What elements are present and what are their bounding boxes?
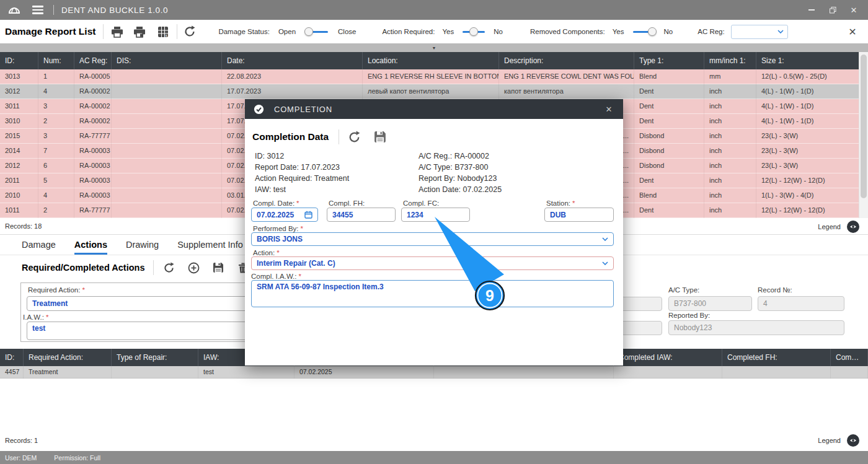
reported-by-input: Nobody123 bbox=[668, 320, 844, 335]
damage-status-toggle[interactable] bbox=[306, 27, 328, 37]
info-line: Report Date: 17.07.2023 bbox=[255, 162, 349, 173]
table-cell: RA-00002 bbox=[74, 99, 112, 114]
plus-circle-icon bbox=[188, 262, 200, 274]
table-cell bbox=[112, 159, 222, 173]
badge-check-icon bbox=[254, 104, 264, 115]
legend-bottom: Legend bbox=[818, 434, 859, 447]
table-cell bbox=[112, 69, 222, 84]
table-cell: RA-77777 bbox=[74, 129, 112, 144]
table-cell: 07.02.2025 bbox=[294, 366, 434, 379]
toggle-knob bbox=[469, 27, 478, 36]
scrollbar-thumb[interactable] bbox=[861, 55, 867, 198]
app-icon bbox=[7, 4, 21, 15]
collapse-strip[interactable]: ▼ bbox=[0, 43, 868, 52]
refresh-icon bbox=[184, 25, 196, 38]
info-line: ID: 3012 bbox=[255, 151, 349, 162]
app-window: DENT AND BUCKLE 1.0.0 ✕ Damage Report Li… bbox=[0, 0, 868, 464]
compl-fh-input[interactable]: 34455 bbox=[327, 208, 396, 222]
menu-icon[interactable] bbox=[32, 6, 43, 14]
table-cell bbox=[112, 203, 222, 218]
ac-reg-select[interactable] bbox=[731, 25, 788, 39]
legend-label: Legend bbox=[818, 437, 841, 444]
refresh-button[interactable] bbox=[180, 22, 200, 41]
legend-eye-button[interactable] bbox=[847, 434, 859, 447]
station-label: Station:* bbox=[546, 199, 575, 207]
table-row[interactable]: 30131RA-0000522.08.2023ENG 1 REVERSE RH … bbox=[0, 69, 859, 84]
actions-refresh-button[interactable] bbox=[159, 258, 179, 277]
table-cell: 2 bbox=[38, 114, 74, 129]
compl-date-input[interactable]: 07.02.2025 bbox=[251, 208, 318, 222]
action-required-yes-label: Yes bbox=[442, 28, 454, 35]
column-header[interactable]: Date: bbox=[222, 52, 363, 69]
column-header[interactable]: ID: bbox=[0, 349, 24, 366]
action-required-toggle[interactable] bbox=[463, 27, 485, 37]
info-line: Action Date: 07.02.2025 bbox=[418, 184, 502, 195]
tab-drawing[interactable]: Drawing bbox=[126, 235, 159, 255]
actions-save-button[interactable] bbox=[208, 258, 228, 277]
column-header[interactable]: Size 1: bbox=[756, 52, 859, 69]
window-close-button[interactable]: ✕ bbox=[844, 0, 863, 20]
chevron-down-icon bbox=[602, 261, 608, 265]
column-header[interactable]: Completed FH: bbox=[722, 349, 831, 366]
table-cell bbox=[112, 129, 222, 144]
collapse-arrow-icon: ▼ bbox=[432, 46, 436, 50]
column-header[interactable]: Type 1: bbox=[634, 52, 704, 69]
table-cell: Blend bbox=[634, 188, 704, 203]
legend-eye-button[interactable] bbox=[847, 221, 859, 233]
table-cell: Dent bbox=[634, 173, 704, 188]
record-no-label: Record №: bbox=[758, 286, 792, 294]
actions-add-button[interactable] bbox=[184, 258, 203, 277]
table-cell: левый капот вентилятора bbox=[363, 84, 499, 99]
column-header[interactable]: mm/inch 1: bbox=[704, 52, 756, 69]
column-header[interactable]: Description: bbox=[499, 52, 634, 69]
removed-components-yes-label: Yes bbox=[613, 28, 624, 35]
table-cell: Disbond bbox=[634, 159, 704, 173]
table-cell: 4457 bbox=[0, 366, 24, 379]
compl-iaw-textarea[interactable]: SRM ATA 56-09-87 Inspection Item.3 bbox=[251, 280, 614, 307]
column-header[interactable]: Compl... bbox=[831, 349, 868, 366]
modal-close-button[interactable]: ✕ bbox=[601, 99, 617, 119]
info-line: IAW: test bbox=[255, 184, 349, 195]
column-header[interactable]: Required Action: bbox=[24, 349, 112, 366]
page-title: Damage Report List bbox=[5, 26, 95, 37]
printer-icon bbox=[111, 26, 123, 38]
removed-components-toggle[interactable] bbox=[633, 27, 655, 37]
tab-damage[interactable]: Damage bbox=[22, 235, 56, 255]
restore-button[interactable] bbox=[823, 0, 842, 20]
print-button[interactable] bbox=[107, 22, 127, 41]
table-row[interactable]: 30124RA-0000217.07.2023левый капот венти… bbox=[0, 84, 859, 99]
column-header[interactable]: Location: bbox=[363, 52, 499, 69]
record-no-input: 4 bbox=[758, 296, 844, 311]
performed-by-select[interactable]: BORIS JONS bbox=[251, 232, 614, 246]
minimize-button[interactable] bbox=[802, 0, 821, 20]
export-excel-button[interactable]: x bbox=[153, 22, 173, 41]
modal-refresh-button[interactable] bbox=[344, 128, 364, 146]
table-cell bbox=[434, 366, 614, 379]
status-permission: Permission: Full bbox=[54, 454, 100, 462]
table-cell: RA-77777 bbox=[74, 203, 112, 218]
compl-fc-label: Compl. FC: bbox=[403, 199, 439, 207]
column-header[interactable]: Completed IAW: bbox=[614, 349, 722, 366]
compl-fc-input[interactable]: 1234 bbox=[401, 208, 470, 222]
chevron-down-icon bbox=[777, 30, 784, 33]
tab-actions[interactable]: Actions bbox=[74, 235, 107, 255]
table-cell: 2014 bbox=[0, 144, 38, 159]
column-header[interactable]: DIS: bbox=[112, 52, 222, 69]
legend-label: Legend bbox=[818, 223, 841, 230]
tab-supplement-info[interactable]: Supplement Info bbox=[177, 235, 243, 255]
column-header[interactable]: AC Reg: bbox=[74, 52, 112, 69]
panel-close-button[interactable]: ✕ bbox=[846, 25, 859, 38]
column-header[interactable]: Num: bbox=[38, 52, 74, 69]
ac-type-input: B737-800 bbox=[668, 296, 752, 311]
column-header[interactable]: ID: bbox=[0, 52, 38, 69]
modal-save-button[interactable] bbox=[370, 128, 390, 146]
reported-by-label: Reported By: bbox=[668, 312, 710, 319]
records-bottom-row: Records: 1 bbox=[0, 432, 868, 449]
action-select[interactable]: Interim Repair (Cat. C) bbox=[251, 256, 614, 270]
print-selected-button[interactable] bbox=[130, 22, 149, 41]
main-table-scrollbar[interactable] bbox=[859, 52, 868, 218]
station-input[interactable]: DUB bbox=[544, 208, 614, 222]
legend-top: Legend bbox=[818, 221, 859, 233]
column-header[interactable]: Type of Repair: bbox=[112, 349, 198, 366]
table-cell: 23(L) - 3(W) bbox=[756, 144, 859, 159]
